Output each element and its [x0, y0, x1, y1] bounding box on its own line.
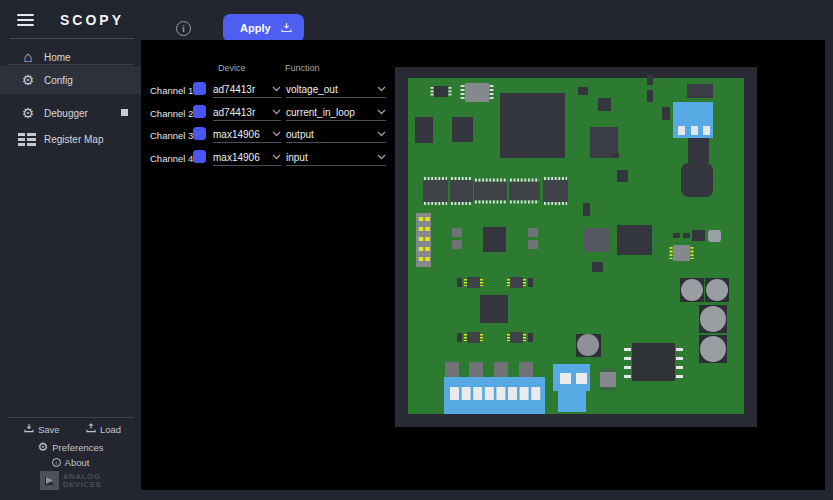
channel-1-device-select[interactable]: ad74413r [213, 81, 281, 98]
sidebar-item-config[interactable]: ⚙ Config [0, 66, 141, 94]
channel-4-function-select[interactable]: input [286, 149, 386, 166]
brand-line-2: DEVICES [63, 480, 102, 489]
logo-divider [10, 38, 134, 39]
channel-label: Channel 1 [150, 85, 193, 96]
sidebar-item-label: Config [44, 75, 73, 86]
adi-triangle-icon [40, 471, 59, 490]
pcb-soic-8pin [624, 343, 683, 381]
channel-3-function-select[interactable]: output [286, 126, 386, 143]
channel-row: Channel 2 ad74413r current_in_loop [141, 104, 401, 121]
pcb-ic-bottom [600, 370, 616, 389]
chevron-down-icon [272, 154, 281, 160]
channel-3-device-select[interactable]: max14906 [213, 126, 281, 143]
download-tray-icon [281, 21, 292, 36]
chevron-down-icon [272, 131, 281, 137]
sidebar-item-label: Debugger [44, 108, 88, 119]
function-column-header: Function [285, 63, 320, 73]
sidebar-item-register-map[interactable]: Register Map [0, 126, 141, 152]
pcb-blue-connector-bottom [553, 364, 590, 412]
load-button[interactable]: Load [86, 423, 121, 435]
pcb-ic-row [423, 179, 568, 204]
gear-icon: ⚙ [38, 441, 49, 453]
top-bar: SCOPY i Apply [0, 0, 833, 40]
pcb-main-chip [500, 93, 565, 158]
debugger-indicator-square [121, 109, 128, 116]
channel-2-device-select[interactable]: ad74413r [213, 104, 281, 121]
save-label: Save [38, 424, 60, 435]
apply-button[interactable]: Apply [223, 14, 304, 42]
save-button[interactable]: Save [24, 423, 60, 435]
pcb-pin-header [416, 213, 431, 267]
preferences-label: Preferences [52, 442, 103, 453]
download-tray-icon [24, 423, 34, 435]
channel-1-function-select[interactable]: voltage_out [286, 81, 386, 98]
pcb-ic-small [432, 86, 450, 97]
channel-label: Channel 2 [150, 108, 193, 119]
sidebar: ⌂ Home ⚙ Config ⚙ Debugger Register Map [0, 40, 141, 500]
home-icon: ⌂ [19, 50, 37, 64]
sidebar-footer-divider [8, 417, 134, 418]
apply-button-label: Apply [240, 22, 271, 34]
pcb-blue-connector-top [673, 102, 713, 138]
info-icon: i [52, 458, 61, 467]
sidebar-item-debugger[interactable]: ⚙ Debugger [0, 100, 141, 126]
channel-label: Channel 4 [150, 153, 193, 164]
config-page: Device Function Channel 1 ad74413r volta… [141, 40, 825, 490]
channel-4-checkbox[interactable] [193, 150, 206, 163]
chevron-down-icon [377, 154, 386, 160]
channel-row: Channel 1 ad74413r voltage_out [141, 81, 401, 98]
sidebar-item-label: Home [44, 52, 71, 63]
pcb-board-image [395, 67, 757, 427]
menu-icon[interactable] [17, 14, 34, 26]
sidebar-item-label: Register Map [44, 134, 103, 145]
channel-4-device-select[interactable]: max14906 [213, 149, 281, 166]
grid-icon [18, 133, 36, 146]
sidebar-divider [8, 64, 134, 65]
channel-row: Channel 3 max14906 output [141, 126, 401, 143]
pcb-ic-gray [463, 83, 492, 102]
chevron-down-icon [272, 86, 281, 92]
app-logo: SCOPY [60, 12, 124, 28]
chevron-down-icon [272, 109, 281, 115]
upload-tray-icon [86, 423, 96, 435]
channel-3-checkbox[interactable] [193, 127, 206, 140]
channel-1-checkbox[interactable] [193, 82, 206, 95]
analog-devices-logo: ANALOG DEVICES [0, 471, 141, 490]
channel-label: Channel 3 [150, 130, 193, 141]
about-label: About [65, 457, 90, 468]
device-column-header: Device [218, 63, 246, 73]
channel-2-function-select[interactable]: current_in_loop [286, 104, 386, 121]
channel-2-checkbox[interactable] [193, 105, 206, 118]
about-button[interactable]: i About [0, 457, 141, 468]
chevron-down-icon [377, 109, 386, 115]
chevron-down-icon [377, 86, 386, 92]
pcb-soic-small [671, 245, 692, 261]
gear-icon: ⚙ [19, 73, 37, 87]
channel-row: Channel 4 max14906 input [141, 149, 401, 166]
gear-icon: ⚙ [19, 106, 37, 120]
scopy-window: SCOPY i Apply ⌂ Home ⚙ Config ⚙ Debugger [0, 0, 833, 500]
info-icon[interactable]: i [176, 21, 191, 36]
chevron-down-icon [377, 131, 386, 137]
load-label: Load [100, 424, 121, 435]
preferences-button[interactable]: ⚙ Preferences [0, 441, 141, 453]
